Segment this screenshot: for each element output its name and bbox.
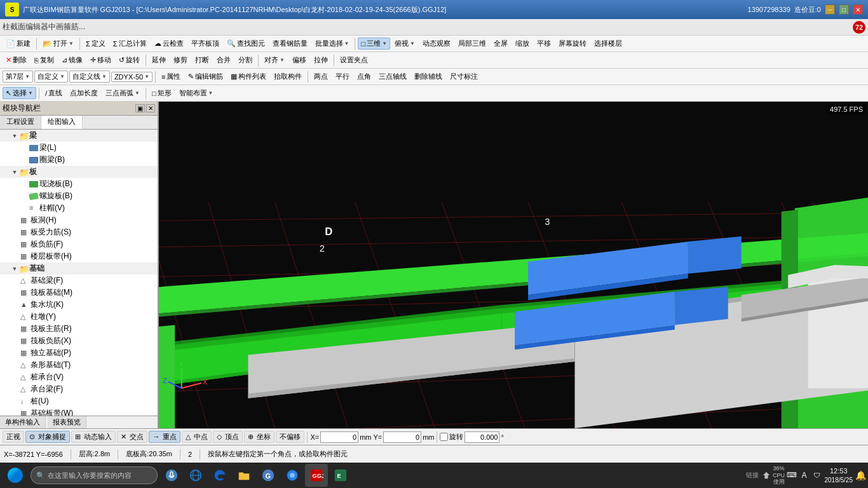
zhengshi-button[interactable]: 正视 [3, 431, 24, 443]
intersection-button[interactable]: ✕ 交点 [117, 431, 147, 443]
full-screen-button[interactable]: 全屏 [491, 37, 511, 50]
start-button[interactable] [3, 464, 28, 487]
taskbar-search[interactable]: 🔍 在这里输入你要搜索的内容 [31, 466, 158, 484]
taskbar-app-ie[interactable] [184, 464, 207, 487]
3d-button[interactable]: □ 三维 ▼ [358, 37, 390, 50]
midpoint-button[interactable]: △ 中点 [182, 431, 212, 443]
keyboard-icon[interactable]: ⌨ [787, 470, 797, 480]
minimize-button[interactable]: ─ [825, 4, 835, 15]
tab-draw[interactable]: 绘图输入 [41, 116, 83, 129]
endpoint-button[interactable]: → 重点 [149, 431, 180, 443]
tree-item-circle-beam[interactable]: 圈梁(B) [0, 154, 158, 166]
extend-button[interactable]: 延伸 [149, 54, 169, 66]
tree-item-raft[interactable]: ▦ 筏板基础(M) [0, 287, 158, 299]
batch-select-button[interactable]: 批量选择 ▼ [312, 37, 353, 50]
edit-rebar-button[interactable]: ✎ 编辑钢筋 [185, 71, 226, 83]
select-floor-button[interactable]: 选择楼层 [591, 37, 625, 50]
align-button[interactable]: 对齐 ▼ [261, 54, 288, 66]
rotate-button[interactable]: ↺ 旋转 [116, 54, 143, 66]
tree-item-pile[interactable]: ↓ 桩(U) [0, 395, 158, 407]
tree-item-well[interactable]: ▲ 集水坑(K) [0, 299, 158, 311]
parallel-button[interactable]: 平行 [332, 71, 353, 83]
dynamic-view-button[interactable]: 动态观察 [419, 37, 454, 50]
custom-line-select[interactable]: 自定义线 ▼ [69, 71, 110, 83]
mirror-button[interactable]: ⊿ 镜像 [58, 54, 86, 66]
close-button[interactable]: ✕ [853, 4, 863, 15]
tree-item-floor-band[interactable]: ▦ 楼层板带(H) [0, 250, 158, 262]
tree-item-now-slab[interactable]: 现浇板(B) [0, 178, 158, 190]
copy-button[interactable]: ⎘ 复制 [31, 54, 57, 66]
select-button[interactable]: ↖ 选择 ▼ [3, 87, 36, 99]
taskbar-app-cortana[interactable] [160, 464, 183, 487]
taskbar-app-ggj[interactable]: GGJ [305, 464, 328, 487]
tree-item-raft-load[interactable]: ▦ 筏板负筋(X) [0, 335, 158, 347]
trim-button[interactable]: 修剪 [170, 54, 191, 66]
rotate-checkbox[interactable] [440, 433, 448, 441]
summary-button[interactable]: Σ 汇总计算 [110, 37, 150, 50]
zoom-button[interactable]: 缩放 [512, 37, 532, 50]
taskbar-app-g[interactable]: G [257, 464, 280, 487]
tree-item-independent-found[interactable]: ▦ 独立基础(P) [0, 347, 158, 359]
vertex-button[interactable]: ◇ 顶点 [213, 431, 243, 443]
plan-view-button[interactable]: 俯视 ▼ [391, 37, 418, 50]
tree-item-spiral-slab[interactable]: 螺旋板(B) [0, 190, 158, 202]
dimension-button[interactable]: 尺寸标注 [447, 71, 481, 83]
taskbar-app-file[interactable] [233, 464, 255, 487]
tree-item-slab-load[interactable]: ▦ 板负筋(F) [0, 238, 158, 250]
taskbar-app-excel[interactable]: E [329, 464, 352, 487]
system-time[interactable]: 12:53 2018/5/25 [825, 466, 853, 484]
open-button[interactable]: 打开 ▼ [39, 37, 77, 50]
define-button[interactable]: Σ 定义 [83, 37, 109, 50]
x-input[interactable] [320, 431, 358, 443]
new-button[interactable]: 新建 [3, 37, 34, 50]
offset-button[interactable]: 偏移 [289, 54, 309, 66]
move-button[interactable]: ✛ 移动 [87, 54, 114, 66]
delete-button[interactable]: ✕ 删除 [3, 54, 30, 66]
merge-button[interactable]: 合并 [214, 54, 234, 66]
object-snap-button[interactable]: ⊙ 对象捕捉 [25, 431, 70, 443]
ime-icon[interactable]: A [799, 470, 810, 480]
tree-item-found-beam[interactable]: △ 基础梁(F) [0, 274, 158, 287]
network-icon[interactable] [761, 470, 771, 480]
layer-select[interactable]: 第7层 ▼ [3, 71, 33, 83]
notifications-icon[interactable]: 🔔 [855, 470, 865, 480]
tree-item-strip-found[interactable]: △ 条形基础(T) [0, 359, 158, 371]
panel-close-button[interactable]: ✕ [146, 104, 155, 112]
cloud-check-button[interactable]: ☁ 云检查 [151, 37, 187, 50]
two-points-button[interactable]: 两点 [311, 71, 331, 83]
custom-select[interactable]: 自定义 ▼ [34, 71, 68, 83]
tree-item-found-band[interactable]: ▦ 基础板带(W) [0, 407, 158, 416]
antivirus-icon[interactable]: 🛡 [812, 470, 822, 480]
rectangle-button[interactable]: □ 矩形 [149, 87, 175, 99]
delete-aux-button[interactable]: 删除辅线 [411, 71, 445, 83]
flatten-button[interactable]: 平齐板顶 [188, 37, 222, 50]
tree-item-col-pier[interactable]: △ 柱墩(Y) [0, 311, 158, 323]
screen-rotate-button[interactable]: 屏幕旋转 [555, 37, 590, 50]
properties-button[interactable]: ≡ 属性 [158, 71, 184, 83]
tree-item-found-group[interactable]: ▼ 📁 基础 [0, 262, 158, 274]
no-offset-button[interactable]: 不偏移 [276, 431, 304, 443]
divide-button[interactable]: 分割 [235, 54, 255, 66]
coord-button[interactable]: ⊕ 坐标 [244, 431, 275, 443]
dynamic-input-button[interactable]: ⊞ 动态输入 [71, 431, 116, 443]
drag-button[interactable]: 拉伸 [311, 54, 331, 66]
move-view-button[interactable]: 平移 [534, 37, 554, 50]
component-table-button[interactable]: ▦ 构件列表 [227, 71, 269, 83]
find-elem-button[interactable]: 🔍 查找图元 [224, 37, 268, 50]
point-length-button[interactable]: 点加长度 [67, 87, 101, 99]
maximize-button[interactable]: □ [839, 4, 849, 15]
view-count-button[interactable]: 查看钢筋量 [269, 37, 311, 50]
tree-item-slab-group[interactable]: ▼ 📁 板 [0, 166, 158, 178]
taskbar-app-edge[interactable] [208, 464, 231, 487]
tree-item-beam-group[interactable]: ▼ 📁 梁 [0, 130, 158, 142]
point-angle-button[interactable]: 点角 [354, 71, 374, 83]
rotate-input[interactable] [465, 431, 499, 443]
set-vertex-button[interactable]: 设置夹点 [337, 54, 371, 66]
tab-settings[interactable]: 工程设置 [0, 116, 41, 129]
tree-item-slab-prestress[interactable]: ▦ 板受力筋(S) [0, 226, 158, 238]
tree-item-cap-beam[interactable]: △ 承台梁(F) [0, 383, 158, 395]
report-preview-tab[interactable]: 报表预览 [48, 416, 86, 428]
local-3d-button[interactable]: 局部三维 [455, 37, 489, 50]
y-input[interactable] [383, 431, 421, 443]
smart-layout-button[interactable]: 智能布置 ▼ [176, 87, 217, 99]
